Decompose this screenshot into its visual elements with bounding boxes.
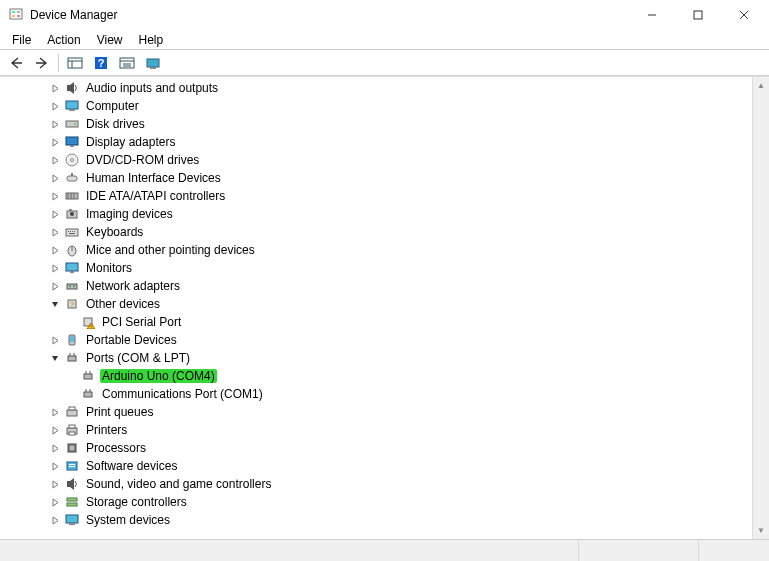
menu-view[interactable]: View xyxy=(89,31,131,49)
chevron-right-icon[interactable] xyxy=(48,441,62,455)
tree-item-label[interactable]: Printers xyxy=(84,423,129,437)
chevron-right-icon[interactable] xyxy=(48,423,62,437)
tree-item-label[interactable]: Other devices xyxy=(84,297,162,311)
tree-row[interactable]: Monitors xyxy=(8,259,752,277)
svg-rect-25 xyxy=(66,137,78,145)
tree-item-label[interactable]: PCI Serial Port xyxy=(100,315,183,329)
cpu-icon xyxy=(64,440,80,456)
tree-row[interactable]: Network adapters xyxy=(8,277,752,295)
tree-item-label[interactable]: Communications Port (COM1) xyxy=(100,387,265,401)
tree-row[interactable]: Printers xyxy=(8,421,752,439)
tree-item-label[interactable]: IDE ATA/ATAPI controllers xyxy=(84,189,227,203)
tree-item-label[interactable]: Arduino Uno (COM4) xyxy=(100,369,217,383)
svg-rect-68 xyxy=(69,407,75,410)
chevron-right-icon[interactable] xyxy=(48,261,62,275)
chevron-right-icon[interactable] xyxy=(48,279,62,293)
tree-row[interactable]: Mice and other pointing devices xyxy=(8,241,752,259)
chevron-right-icon[interactable] xyxy=(48,459,62,473)
tree-row[interactable]: Computer xyxy=(8,97,752,115)
window-title: Device Manager xyxy=(30,8,629,22)
chevron-right-icon[interactable] xyxy=(48,207,62,221)
scroll-track[interactable] xyxy=(753,94,769,522)
menu-help[interactable]: Help xyxy=(131,31,172,49)
menu-action[interactable]: Action xyxy=(39,31,88,49)
tree-row[interactable]: Arduino Uno (COM4) xyxy=(8,367,752,385)
tree-item-label[interactable]: Human Interface Devices xyxy=(84,171,223,185)
tree-item-label[interactable]: Portable Devices xyxy=(84,333,179,347)
tree-row[interactable]: Sound, video and game controllers xyxy=(8,475,752,493)
tree-item-label[interactable]: Ports (COM & LPT) xyxy=(84,351,192,365)
properties-button[interactable] xyxy=(115,52,139,74)
tree-row[interactable]: Display adapters xyxy=(8,133,752,151)
tree-row[interactable]: Portable Devices xyxy=(8,331,752,349)
tree-item-label[interactable]: Imaging devices xyxy=(84,207,175,221)
tree-item-label[interactable]: Software devices xyxy=(84,459,179,473)
chevron-right-icon[interactable] xyxy=(48,189,62,203)
tree-item-label[interactable]: Print queues xyxy=(84,405,155,419)
chevron-right-icon[interactable] xyxy=(48,405,62,419)
tree-row[interactable]: System devices xyxy=(8,511,752,529)
chevron-right-icon[interactable] xyxy=(48,333,62,347)
port-icon xyxy=(80,386,96,402)
tree-item-label[interactable]: Keyboards xyxy=(84,225,145,239)
port-icon xyxy=(80,368,96,384)
scan-hardware-button[interactable] xyxy=(141,52,165,74)
chevron-right-icon[interactable] xyxy=(48,513,62,527)
chevron-right-icon[interactable] xyxy=(48,117,62,131)
chevron-right-icon[interactable] xyxy=(48,477,62,491)
forward-button[interactable] xyxy=(30,52,54,74)
device-tree[interactable]: Audio inputs and outputsComputerDisk dri… xyxy=(0,77,752,539)
help-button[interactable]: ? xyxy=(89,52,113,74)
tree-item-label[interactable]: Display adapters xyxy=(84,135,177,149)
vertical-scrollbar[interactable]: ▲ ▼ xyxy=(752,77,769,539)
other-icon: ? xyxy=(64,296,80,312)
storage-icon xyxy=(64,494,80,510)
close-button[interactable] xyxy=(721,0,767,30)
chevron-right-icon[interactable] xyxy=(48,243,62,257)
tree-item-label[interactable]: Mice and other pointing devices xyxy=(84,243,257,257)
tree-row[interactable]: !PCI Serial Port xyxy=(8,313,752,331)
scroll-up-arrow[interactable]: ▲ xyxy=(753,77,769,94)
chevron-right-icon[interactable] xyxy=(48,495,62,509)
tree-row[interactable]: Imaging devices xyxy=(8,205,752,223)
tree-row[interactable]: Human Interface Devices xyxy=(8,169,752,187)
tree-item-label[interactable]: Storage controllers xyxy=(84,495,189,509)
tree-row[interactable]: Storage controllers xyxy=(8,493,752,511)
tree-item-label[interactable]: Audio inputs and outputs xyxy=(84,81,220,95)
tree-item-label[interactable]: Monitors xyxy=(84,261,134,275)
tree-item-label[interactable]: System devices xyxy=(84,513,172,527)
minimize-button[interactable] xyxy=(629,0,675,30)
chevron-right-icon[interactable] xyxy=(48,171,62,185)
tree-row[interactable]: Keyboards xyxy=(8,223,752,241)
tree-item-label[interactable]: Disk drives xyxy=(84,117,147,131)
hid-icon xyxy=(64,170,80,186)
show-hide-console-button[interactable] xyxy=(63,52,87,74)
tree-row[interactable]: Disk drives xyxy=(8,115,752,133)
back-button[interactable] xyxy=(4,52,28,74)
tree-row[interactable]: Print queues xyxy=(8,403,752,421)
tree-item-label[interactable]: DVD/CD-ROM drives xyxy=(84,153,201,167)
tree-row[interactable]: DVD/CD-ROM drives xyxy=(8,151,752,169)
tree-row[interactable]: ?Other devices xyxy=(8,295,752,313)
tree-row[interactable]: Audio inputs and outputs xyxy=(8,79,752,97)
chevron-right-icon[interactable] xyxy=(48,225,62,239)
tree-row[interactable]: Ports (COM & LPT) xyxy=(8,349,752,367)
tree-item-label[interactable]: Network adapters xyxy=(84,279,182,293)
tree-item-label[interactable]: Computer xyxy=(84,99,141,113)
chevron-right-icon[interactable] xyxy=(48,135,62,149)
tree-row[interactable]: Software devices xyxy=(8,457,752,475)
chevron-down-icon[interactable] xyxy=(48,351,62,365)
maximize-button[interactable] xyxy=(675,0,721,30)
chevron-right-icon[interactable] xyxy=(48,99,62,113)
tree-row[interactable]: Processors xyxy=(8,439,752,457)
menu-file[interactable]: File xyxy=(4,31,39,49)
tree-row[interactable]: Communications Port (COM1) xyxy=(8,385,752,403)
tree-row[interactable]: IDE ATA/ATAPI controllers xyxy=(8,187,752,205)
chevron-down-icon[interactable] xyxy=(48,297,62,311)
tree-item-label[interactable]: Sound, video and game controllers xyxy=(84,477,273,491)
tree-item-label[interactable]: Processors xyxy=(84,441,148,455)
chevron-right-icon[interactable] xyxy=(48,153,62,167)
printer-icon xyxy=(64,422,80,438)
scroll-down-arrow[interactable]: ▼ xyxy=(753,522,769,539)
chevron-right-icon[interactable] xyxy=(48,81,62,95)
